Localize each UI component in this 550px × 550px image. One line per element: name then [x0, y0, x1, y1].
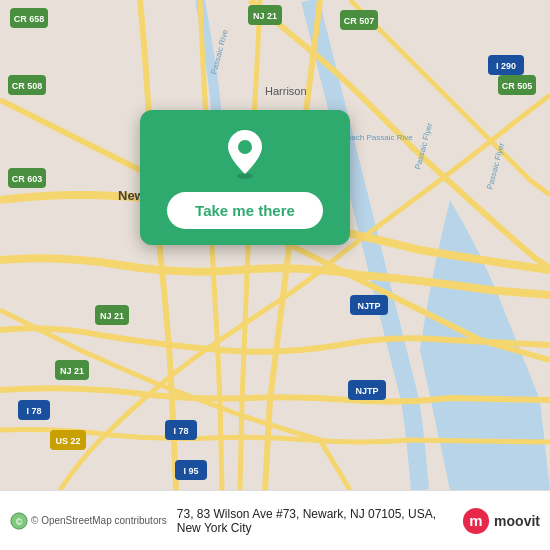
address-text: 73, 83 Wilson Ave #73, Newark, NJ 07105,…: [177, 507, 462, 521]
popup-card[interactable]: Take me there: [140, 110, 350, 245]
svg-text:I 78: I 78: [173, 426, 188, 436]
map-background: CR 658 NJ 21 CR 507 I 290 CR 508 CR 505 …: [0, 0, 550, 490]
moovit-label: moovit: [494, 513, 540, 529]
svg-text:CR 505: CR 505: [502, 81, 533, 91]
map-container: CR 658 NJ 21 CR 507 I 290 CR 508 CR 505 …: [0, 0, 550, 490]
moovit-logo: m moovit: [462, 507, 540, 535]
svg-text:CR 507: CR 507: [344, 16, 375, 26]
location-pin-icon: [222, 128, 268, 180]
svg-text:NJTP: NJTP: [355, 386, 378, 396]
svg-text:NJTP: NJTP: [357, 301, 380, 311]
bottom-bar: © © OpenStreetMap contributors 73, 83 Wi…: [0, 490, 550, 550]
svg-text:CR 508: CR 508: [12, 81, 43, 91]
svg-point-38: [238, 140, 252, 154]
svg-text:NJ 21: NJ 21: [253, 11, 277, 21]
city-text: New York City: [177, 521, 462, 535]
svg-text:CR 603: CR 603: [12, 174, 43, 184]
svg-text:Harrison: Harrison: [265, 85, 307, 97]
svg-text:CR 658: CR 658: [14, 14, 45, 24]
svg-text:US 22: US 22: [55, 436, 80, 446]
openstreetmap-attribution: © © OpenStreetMap contributors: [10, 512, 167, 530]
moovit-icon: m: [462, 507, 490, 535]
take-me-there-button[interactable]: Take me there: [167, 192, 323, 229]
svg-text:NJ 21: NJ 21: [60, 366, 84, 376]
svg-text:I 95: I 95: [183, 466, 198, 476]
openstreetmap-icon: ©: [10, 512, 28, 530]
svg-text:I 78: I 78: [26, 406, 41, 416]
attribution-text: © OpenStreetMap contributors: [31, 515, 167, 526]
pin-icon-wrapper: [219, 128, 271, 180]
bottom-text-area: 73, 83 Wilson Ave #73, Newark, NJ 07105,…: [177, 507, 462, 535]
svg-text:NJ 21: NJ 21: [100, 311, 124, 321]
svg-text:I 290: I 290: [496, 61, 516, 71]
svg-text:m: m: [469, 511, 482, 528]
svg-text:©: ©: [16, 516, 23, 526]
